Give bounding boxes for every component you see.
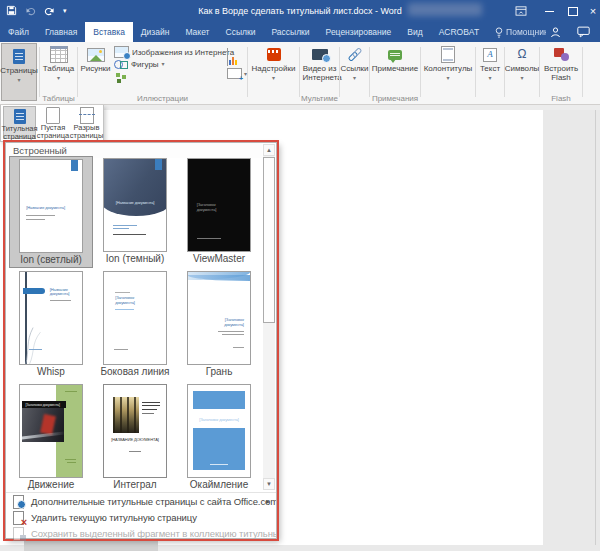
word-window: ▾ Как в Ворде сделать титульный лист.doc… bbox=[0, 0, 600, 551]
thumb-art-line bbox=[142, 409, 157, 410]
blank-page-icon bbox=[46, 107, 60, 124]
gallery-item-motion[interactable]: [Заголовок документа] Движение bbox=[9, 382, 93, 494]
cover-page-menu-button[interactable]: Титульная страница bbox=[3, 106, 36, 139]
hyperlink-icon bbox=[348, 49, 362, 61]
screenshot-button[interactable]: ▾ bbox=[227, 68, 247, 79]
thumb-art-line bbox=[197, 238, 222, 239]
group-label-tables: Таблицы bbox=[41, 94, 76, 103]
smartart-button[interactable] bbox=[114, 70, 234, 82]
thumb-placeholder-text: [Заголовок документа] bbox=[22, 401, 66, 409]
thumb-art-line bbox=[65, 459, 76, 460]
embed-flash-label: Встроить Flash bbox=[544, 65, 578, 82]
cover-thumbnail: [Название документа] bbox=[19, 159, 83, 253]
thumb-art-line bbox=[29, 349, 43, 350]
ribbon-group-symbols: Ω Символы ▾ bbox=[506, 42, 538, 104]
scroll-down-icon: ▼ bbox=[266, 481, 272, 487]
header-footer-icon bbox=[441, 46, 455, 63]
online-pictures-button[interactable]: Изображения из Интернета bbox=[114, 46, 234, 58]
pages-icon bbox=[13, 49, 25, 64]
shapes-button[interactable]: Фигуры ▾ bbox=[114, 58, 234, 70]
cover-thumbnail: [Заголовок документа] bbox=[187, 271, 251, 365]
screenshot-icon bbox=[227, 68, 242, 79]
close-button[interactable]: × bbox=[586, 0, 600, 22]
addins-button[interactable]: Надстройки ▾ bbox=[249, 42, 298, 81]
scrollbar-thumb[interactable] bbox=[263, 157, 275, 323]
group-label-media: Мультиме... bbox=[301, 94, 338, 103]
thumb-placeholder-text: [Заголовок документа] bbox=[115, 296, 141, 305]
menu-remove-cover-page[interactable]: Удалить текущую титульную страницу bbox=[6, 509, 276, 525]
gallery-item-ion-dark[interactable]: [Название документа] Ion (темный) bbox=[93, 156, 177, 268]
account-icon[interactable] bbox=[544, 22, 566, 42]
gallery-item-facet[interactable]: [Заголовок документа] Грань bbox=[177, 269, 261, 381]
helper-label: Помощник bbox=[506, 22, 546, 42]
menu-more-cover-pages[interactable]: Дополнительные титульные страницы с сайт… bbox=[6, 493, 276, 509]
thumb-art-line bbox=[26, 215, 55, 216]
tab-file[interactable]: Файл bbox=[0, 22, 37, 42]
thumb-art-line bbox=[115, 292, 130, 293]
scroll-up-button[interactable]: ▲ bbox=[263, 144, 275, 156]
gallery-item-bordered[interactable]: [Заголовок документа] Окаймление bbox=[177, 382, 261, 494]
tab-insert[interactable]: Вставка bbox=[85, 22, 133, 42]
undo-icon[interactable] bbox=[25, 2, 36, 20]
comment-button[interactable]: Примечание bbox=[371, 42, 419, 74]
group-label-flash: Flash bbox=[541, 94, 581, 103]
pictures-button[interactable]: Рисунки bbox=[79, 42, 112, 74]
header-footer-button[interactable]: Колонтитулы ▾ bbox=[422, 42, 474, 81]
cover-page-gallery-popup: Встроенный [Название документа] Ion (све… bbox=[5, 142, 277, 539]
page-break-button[interactable]: Разрыв страницы bbox=[70, 106, 103, 139]
tab-review[interactable]: Рецензирование bbox=[318, 22, 400, 42]
maximize-button[interactable] bbox=[562, 0, 584, 22]
group-separator bbox=[539, 47, 540, 97]
tab-acrobat[interactable]: ACROBAT bbox=[431, 22, 487, 42]
office-gallery-icon bbox=[12, 495, 25, 508]
text-button[interactable]: A Текст ▾ bbox=[477, 42, 503, 81]
tab-home[interactable]: Главная bbox=[37, 22, 85, 42]
save-icon[interactable] bbox=[6, 2, 17, 20]
pages-button[interactable]: Страницы ▾ bbox=[1, 43, 37, 101]
ribbon-group-links: Ссылки ▾ bbox=[341, 42, 368, 104]
chart-button[interactable] bbox=[227, 48, 228, 66]
text-label: Текст bbox=[480, 65, 500, 74]
account-name-blurred bbox=[408, 3, 482, 16]
thumb-art-line bbox=[50, 300, 72, 301]
ribbon: Страницы ▾ Таблица ▾ Таблицы Рисунки Изо bbox=[0, 42, 600, 105]
gallery-item-whisp[interactable]: [Название документа] Whisp bbox=[9, 269, 93, 381]
thumb-art-line bbox=[65, 391, 77, 392]
minimize-button[interactable] bbox=[538, 0, 560, 22]
header-footer-label: Колонтитулы bbox=[424, 65, 473, 74]
thumb-photo bbox=[22, 408, 64, 441]
table-button[interactable]: Таблица ▾ bbox=[41, 42, 76, 81]
group-label-comments: Примечания bbox=[371, 94, 419, 103]
tab-design[interactable]: Дизайн bbox=[133, 22, 178, 42]
comments-icon[interactable] bbox=[572, 22, 594, 42]
gallery-item-sideline[interactable]: [Заголовок документа] Боковая линия bbox=[93, 269, 177, 381]
thumb-placeholder-text: [Заголовок документа] bbox=[207, 318, 244, 327]
ribbon-tab-row: Файл Главная Вставка Дизайн Макет Ссылки… bbox=[0, 22, 600, 42]
gallery-scrollbar[interactable]: ▲ ▼ bbox=[263, 144, 275, 490]
symbols-button[interactable]: Ω Символы ▾ bbox=[506, 42, 538, 81]
customize-qat-icon[interactable]: ▾ bbox=[63, 7, 67, 15]
scroll-down-button[interactable]: ▼ bbox=[263, 478, 275, 490]
thumb-art-line bbox=[142, 413, 153, 414]
links-button[interactable]: Ссылки ▾ bbox=[341, 42, 368, 81]
redo-icon[interactable] bbox=[44, 2, 55, 20]
tab-references[interactable]: Ссылки bbox=[218, 22, 264, 42]
embed-flash-button[interactable]: Встроить Flash bbox=[541, 42, 581, 82]
online-video-button[interactable]: Видео из Интернета bbox=[301, 42, 338, 82]
gallery-item-viewmaster[interactable]: [Заголовок документа] ViewMaster bbox=[177, 156, 261, 268]
smartart-icon bbox=[116, 73, 120, 77]
chart-icon bbox=[227, 48, 228, 66]
tab-mailings[interactable]: Рассылки bbox=[263, 22, 317, 42]
ribbon-display-options-icon[interactable] bbox=[510, 0, 532, 22]
thumb-art-line bbox=[233, 347, 244, 348]
gallery-footer-menu: Дополнительные титульные страницы с сайт… bbox=[6, 492, 276, 541]
gallery-item-integral[interactable]: [НАЗВАНИЕ ДОКУМЕНТА] Интеграл bbox=[93, 382, 177, 494]
text-box-icon: A bbox=[483, 48, 497, 62]
gallery-item-ion-light[interactable]: [Название документа] Ion (светлый) bbox=[9, 156, 93, 268]
page-break-icon bbox=[80, 107, 94, 124]
thumb-art-line bbox=[129, 451, 141, 452]
tab-view[interactable]: Вид bbox=[399, 22, 430, 42]
dropdown-caret-icon: ▾ bbox=[488, 75, 491, 81]
tab-layout[interactable]: Макет bbox=[177, 22, 217, 42]
blank-page-button[interactable]: Пустая страница bbox=[37, 106, 69, 139]
